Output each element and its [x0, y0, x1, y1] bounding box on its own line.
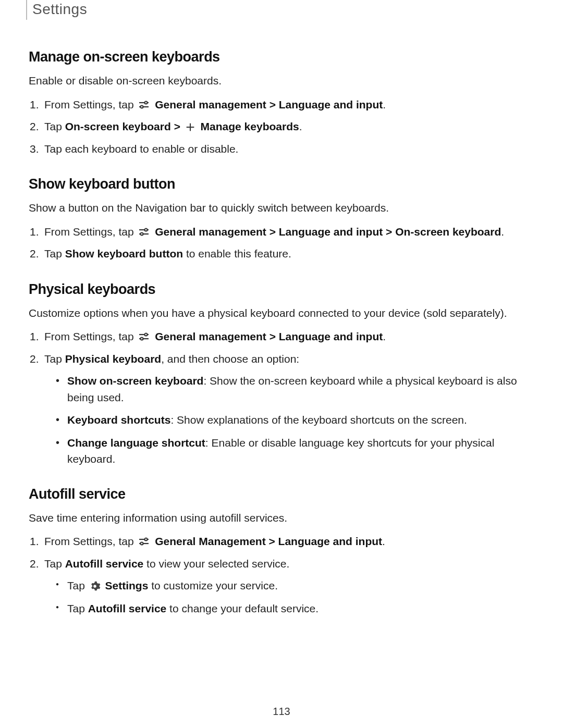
- separator: >: [266, 330, 279, 342]
- sub-list: Tap Settings to customize your service. …: [44, 577, 534, 616]
- text: Tap: [44, 248, 65, 260]
- text: to view your selected service.: [143, 558, 289, 570]
- text: .: [383, 98, 386, 110]
- breadcrumb: Settings: [32, 1, 534, 18]
- svg-point-13: [141, 338, 143, 340]
- step: From Settings, tap General management > …: [44, 224, 534, 241]
- page-number: 113: [0, 706, 563, 718]
- text-bold: General management: [152, 330, 266, 342]
- text: From Settings, tap: [44, 330, 137, 342]
- text-bold: Autofill service: [88, 602, 167, 614]
- step: From Settings, tap General management > …: [44, 328, 534, 346]
- sub-list: Show on-screen keyboard: Show the on-scr…: [44, 373, 534, 467]
- list-item: Tap Settings to customize your service.: [67, 577, 534, 594]
- section-title-show-keyboard-button: Show keyboard button: [29, 176, 534, 192]
- text-bold: Show keyboard button: [65, 248, 183, 260]
- svg-point-15: [145, 538, 148, 541]
- text: to customize your service.: [148, 579, 278, 591]
- sliders-icon: [138, 226, 150, 238]
- page-header: Settings: [26, 0, 534, 20]
- text: .: [501, 226, 504, 238]
- step: Tap On-screen keyboard > Manage keyboard…: [44, 118, 534, 135]
- svg-point-11: [145, 334, 148, 336]
- section-title-physical-keyboards: Physical keyboards: [29, 281, 534, 298]
- step: Tap Physical keyboard, and then choose a…: [44, 351, 534, 467]
- text-bold: Language and input: [279, 98, 383, 110]
- svg-point-18: [93, 585, 96, 588]
- text: Tap: [67, 602, 88, 614]
- intro-showkb: Show a button on the Navigation bar to q…: [29, 200, 534, 216]
- svg-point-17: [141, 542, 143, 545]
- text: From Settings, tap: [44, 226, 137, 238]
- text: From Settings, tap: [44, 98, 137, 110]
- text: Tap: [67, 579, 88, 591]
- svg-point-3: [141, 105, 143, 108]
- text-bold: Show on-screen keyboard: [67, 375, 203, 387]
- separator: >: [266, 226, 279, 238]
- separator: >: [266, 98, 279, 110]
- svg-point-7: [145, 228, 148, 231]
- separator: >: [383, 226, 395, 238]
- text-bold: Keyboard shortcuts: [67, 414, 170, 426]
- text-bold: Autofill service: [65, 558, 144, 570]
- text: , and then choose an option:: [161, 353, 299, 365]
- text-bold: Language and input: [279, 330, 383, 342]
- list-item: Show on-screen keyboard: Show the on-scr…: [67, 373, 534, 405]
- step: Tap each keyboard to enable or disable.: [44, 141, 534, 158]
- text: .: [299, 120, 302, 132]
- section-title-autofill: Autofill service: [29, 486, 534, 502]
- sliders-icon: [138, 330, 150, 343]
- intro-autofill: Save time entering information using aut…: [29, 510, 534, 526]
- steps-physical: From Settings, tap General management > …: [29, 328, 534, 467]
- separator: >: [266, 535, 278, 547]
- text-bold: General management: [152, 226, 266, 238]
- text: Tap: [44, 120, 65, 132]
- step: From Settings, tap General Management > …: [44, 533, 534, 550]
- text-bold: On-screen keyboard: [65, 120, 171, 132]
- text: .: [383, 330, 386, 342]
- text: Tap: [44, 353, 65, 365]
- list-item: Keyboard shortcuts: Show explanations of…: [67, 412, 534, 428]
- svg-point-1: [145, 101, 148, 104]
- steps-showkb: From Settings, tap General management > …: [29, 224, 534, 263]
- text-bold: Manage keyboards: [198, 120, 299, 132]
- text: : Show explanations of the keyboard shor…: [170, 414, 467, 426]
- intro-physical: Customize options when you have a physic…: [29, 305, 534, 322]
- step: From Settings, tap General management > …: [44, 96, 534, 114]
- text-bold: Physical keyboard: [65, 353, 161, 365]
- gear-icon: [89, 581, 101, 592]
- text: Tap: [44, 558, 65, 570]
- list-item: Tap Autofill service to change your defa…: [67, 600, 534, 617]
- intro-manage: Enable or disable on-screen keyboards.: [29, 72, 534, 89]
- text-bold: General management: [152, 98, 266, 110]
- section-title-manage-keyboards: Manage on-screen keyboards: [29, 49, 534, 65]
- steps-autofill: From Settings, tap General Management > …: [29, 533, 534, 616]
- svg-point-9: [141, 232, 143, 235]
- text-bold: On-screen keyboard: [395, 226, 501, 238]
- sliders-icon: [138, 98, 150, 111]
- text-bold: Language and input: [278, 535, 383, 547]
- list-item: Change language shortcut: Enable or disa…: [67, 435, 534, 467]
- sliders-icon: [138, 535, 150, 548]
- text: to change your default service.: [166, 602, 319, 614]
- step: Tap Autofill service to view your select…: [44, 556, 534, 617]
- text-bold: Change language shortcut: [67, 437, 205, 449]
- text: to enable this feature.: [183, 248, 291, 260]
- steps-manage: From Settings, tap General management > …: [29, 96, 534, 158]
- separator: >: [171, 120, 183, 132]
- text-bold: General Management: [152, 535, 265, 547]
- step: Tap Show keyboard button to enable this …: [44, 245, 534, 263]
- text: From Settings, tap: [44, 535, 137, 547]
- plus-icon: [185, 121, 196, 133]
- text-bold: Settings: [102, 579, 149, 591]
- text: .: [382, 535, 385, 547]
- text-bold: Language and input: [279, 226, 383, 238]
